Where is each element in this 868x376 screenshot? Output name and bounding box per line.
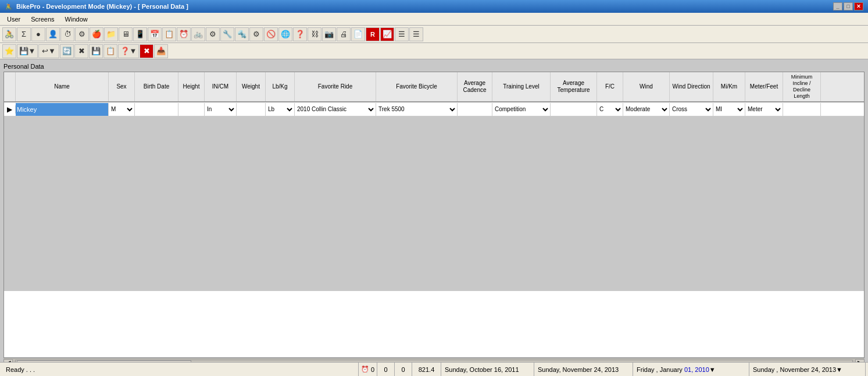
tb-tool-icon[interactable]: ⚙ [75, 27, 89, 41]
tb-lines2-icon[interactable]: ☰ [409, 27, 423, 41]
tb-phone-icon[interactable]: 📱 [133, 27, 147, 41]
cell-avgcadence[interactable]: 99 [458, 103, 492, 116]
cell-winddir[interactable]: Cross Head Tail [670, 103, 713, 116]
select-winddir[interactable]: Cross Head Tail [670, 104, 713, 115]
app-icon: 🚴 [5, 3, 13, 10]
menu-screens[interactable]: Screens [26, 15, 59, 24]
select-wind[interactable]: Calm Light Moderate Strong [623, 104, 669, 115]
col-header-birthdate: Birth Date [135, 72, 178, 101]
input-minincline[interactable]: 0 [784, 106, 819, 113]
tb-lines-icon[interactable]: ☰ [395, 27, 409, 41]
col-header-avgtemp: Average Temperature [551, 72, 597, 101]
tb2-copy-icon[interactable]: 📋 [103, 44, 117, 58]
tb-help-icon[interactable]: ❓ [293, 27, 307, 41]
tb-r-icon[interactable]: R [366, 27, 380, 41]
cell-minincline[interactable]: 0 [783, 103, 821, 116]
tb2-close-icon[interactable]: ✖ [140, 44, 153, 58]
col-header-wind: Wind [623, 72, 670, 101]
select-favoriteride[interactable]: 2010 Collin Classic [295, 104, 376, 115]
cell-favoriteride[interactable]: 2010 Collin Classic [295, 103, 376, 116]
tb-camera-icon[interactable]: 📷 [322, 27, 336, 41]
col-header-name: Name [16, 72, 109, 101]
select-incm[interactable]: In Cm [205, 104, 236, 115]
cell-lbkg[interactable]: Lb Kg [266, 103, 295, 116]
input-height[interactable]: 32.0 [180, 106, 203, 113]
horizontal-scrollbar[interactable]: ◀ ▶ [3, 358, 865, 362]
cell-incm[interactable]: In Cm [205, 103, 237, 116]
tb-chart-icon[interactable]: 📈 [380, 27, 394, 41]
tb2-cancel-icon[interactable]: ✖ [74, 44, 88, 58]
minimize-button[interactable]: _ [833, 2, 842, 10]
cell-traininglevel[interactable]: Competition Advanced Intermediate Beginn… [492, 103, 551, 116]
cell-avgtemp[interactable]: 0.0 [551, 103, 597, 116]
col-header-lbkg: Lb/Kg [266, 72, 295, 101]
tb-apple-icon[interactable]: 🍎 [90, 27, 103, 41]
tb2-back-icon[interactable]: ↩▼ [38, 44, 59, 58]
cell-height[interactable]: 32.0 [178, 103, 205, 116]
menu-window[interactable]: Window [60, 15, 92, 24]
cell-favoritebicycle[interactable]: Trek 5500 [376, 103, 458, 116]
tb-cycle-icon[interactable]: 🚲 [191, 27, 205, 41]
select-lbkg[interactable]: Lb Kg [266, 104, 294, 115]
title-bar: 🚴 BikePro - Development Mode (Mickey) - … [0, 0, 868, 13]
tb-sum-icon[interactable]: Σ [17, 27, 31, 41]
input-name[interactable] [17, 106, 107, 113]
tb-print-icon[interactable]: 🖨 [337, 27, 351, 41]
status-date1: Sunday, October 16, 2011 [441, 363, 534, 376]
input-avgcadence[interactable]: 99 [459, 106, 491, 113]
col-header-height: Height [178, 72, 205, 101]
maximize-button[interactable]: □ [844, 2, 853, 10]
tb-doc-icon[interactable]: 📄 [351, 27, 365, 41]
tb2-save-icon[interactable]: 💾 [89, 44, 103, 58]
tb-folder-icon[interactable]: 📁 [104, 27, 118, 41]
select-traininglevel[interactable]: Competition Advanced Intermediate Beginn… [492, 104, 550, 115]
cell-fc[interactable]: C F [597, 103, 623, 116]
tb-monitor-icon[interactable]: 🖥 [119, 27, 133, 41]
col-header-weight: Weight [237, 72, 266, 101]
tb-alarm-icon[interactable]: ⏰ [177, 27, 191, 41]
cell-weight[interactable]: 145.0 [237, 103, 266, 116]
col-header-fc: F/C [597, 72, 623, 101]
select-meterfeet[interactable]: Meter Feet [745, 104, 783, 115]
tb2-exit-icon[interactable]: 📥 [154, 44, 168, 58]
input-birthdate[interactable]: 1/2/1920 [136, 106, 177, 113]
tb-dot-icon[interactable]: ● [31, 27, 45, 41]
close-button[interactable]: ✕ [854, 2, 863, 10]
status-date4: Sunday , November 24, 2013 ▼ [749, 363, 866, 376]
tb-calendar-icon[interactable]: 📅 [148, 27, 162, 41]
select-favoritebicycle[interactable]: Trek 5500 [376, 104, 457, 115]
tb-timer-icon[interactable]: ⏱ [60, 27, 74, 41]
status-value: 821.4 [412, 363, 441, 376]
tb2-star-icon[interactable]: ⭐ [2, 44, 16, 58]
select-fc[interactable]: C F [597, 104, 623, 115]
input-weight[interactable]: 145.0 [238, 106, 264, 113]
tb-list-icon[interactable]: 📋 [162, 27, 176, 41]
date4-dropdown[interactable]: ▼ [836, 366, 842, 373]
tb-globe-icon[interactable]: 🌐 [278, 27, 292, 41]
cell-birthdate[interactable]: 1/2/1920 [135, 103, 178, 116]
select-sex[interactable]: M F [109, 104, 134, 115]
tb2-help2-icon[interactable]: ❓▼ [118, 44, 139, 58]
tb-gear-icon[interactable]: ⚙ [206, 27, 220, 41]
cell-meterfeet[interactable]: Meter Feet [745, 103, 783, 116]
input-avgtemp[interactable]: 0.0 [552, 106, 595, 113]
cell-wind[interactable]: Calm Light Moderate Strong [623, 103, 670, 116]
tb-settings-icon[interactable]: ⚙ [249, 27, 263, 41]
status-date3: Friday , January 01, 2010 ▼ [633, 363, 749, 376]
tb-wrench-icon[interactable]: 🔧 [220, 27, 234, 41]
cell-sex[interactable]: M F [109, 103, 135, 116]
tb2-dropdown-icon[interactable]: 💾▼ [17, 44, 38, 58]
select-mikm[interactable]: MI KM [713, 104, 745, 115]
col-header-favoritebicycle: Favorite Bicycle [376, 72, 458, 101]
tb-stop-icon[interactable]: 🚫 [264, 27, 278, 41]
cell-name[interactable] [16, 103, 109, 116]
tb-bolt-icon[interactable]: 🔩 [235, 27, 249, 41]
tb-bike-icon[interactable]: 🚴 [2, 27, 16, 41]
col-header-meterfeet: Meter/Feet [745, 72, 783, 101]
tb2-refresh-icon[interactable]: 🔄 [60, 44, 74, 58]
menu-user[interactable]: User [2, 15, 25, 24]
tb-link-icon[interactable]: ⛓ [308, 27, 322, 41]
cell-mikm[interactable]: MI KM [713, 103, 745, 116]
tb-user-icon[interactable]: 👤 [46, 27, 60, 41]
date3-dropdown[interactable]: ▼ [709, 366, 716, 373]
